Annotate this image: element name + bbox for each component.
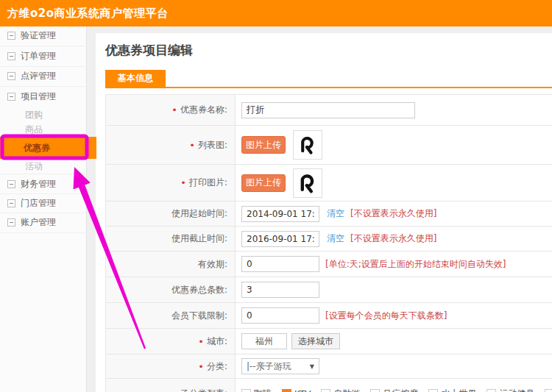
subcategory-checkbox-coffee[interactable]: 咖啡 [241,388,272,392]
sidebar-divider [0,232,87,233]
sidebar-item-label: 商品 [25,124,43,136]
logo-r-icon [296,171,319,195]
sidebar-item-label: 账户管理 [21,216,56,229]
field-label: 使用截止时间: [106,227,236,251]
clear-end-time-link[interactable]: 清空 [327,232,344,245]
page-title: 优惠券项目编辑 [105,42,552,59]
sidebar-item-label: 订单管理 [21,50,56,63]
logo-r-icon [297,134,319,156]
sidebar-divider [0,174,87,174]
print-image-thumbnail[interactable] [293,168,322,198]
sidebar-divider [0,46,87,46]
sidebar: 验证管理 订单管理 点评管理 项目管理 团购 商品 优惠券 活动 财务管理 门店… [0,26,87,392]
form-row-validity: 有效期: [单位:天;设置后上面的开始结束时间自动失效] [106,252,552,277]
chevron-down-icon: ▼ [310,363,314,370]
category-select[interactable]: |--亲子游玩 ▼ [241,358,319,374]
image-upload-button[interactable]: 图片上传 [241,136,286,154]
form-row-end-time: 使用截止时间: 清空 [不设置表示永久使用] [106,227,552,252]
field-label: 有效期: [106,252,236,277]
coupon-edit-form: • 优惠券名称: • 列表图: 图片上传 [105,94,552,392]
sidebar-item-verify-mgmt[interactable]: 验证管理 [0,28,87,43]
sidebar-item-coupon[interactable]: 优惠券 [0,137,96,159]
field-label: 会员下载限制: [106,303,236,328]
download-limit-input[interactable] [241,307,319,324]
tab-bar: 基本信息 [105,70,552,88]
sidebar-item-label: 门店管理 [21,197,56,210]
field-label: 优惠券总条数: [106,277,236,302]
form-row-list-image: • 列表图: 图片上传 [106,126,552,165]
field-label: • 列表图: [106,126,236,164]
subcategory-checkbox-water-world[interactable]: 水上世界 [428,388,476,392]
collapse-icon [7,180,15,188]
subcategory-checkbox-self-tour[interactable]: 自助游 [321,388,360,392]
sidebar-item-store-mgmt[interactable]: 门店管理 [0,196,87,210]
field-hint: [设置每个会员的每天下载条数] [325,310,447,322]
checkbox-icon [370,389,380,392]
sidebar-item-label: 项目管理 [21,90,56,103]
sidebar-item-finance-mgmt[interactable]: 财务管理 [0,177,87,191]
checkbox-icon [321,389,330,392]
form-row-city: • 城市: 福州 选择城市 [106,329,552,354]
sidebar-item-order-mgmt[interactable]: 订单管理 [0,49,87,63]
form-row-start-time: 使用起始时间: 清空 [不设置表示永久使用] [106,202,552,227]
sidebar-item-account-mgmt[interactable]: 账户管理 [0,215,87,229]
field-label: • 优惠券名称: [106,95,236,125]
required-marker: • [171,105,177,115]
required-marker: • [198,337,204,346]
sidebar-divider [0,193,87,194]
main-content: 优惠券项目编辑 基本信息 • 优惠券名称: • 列表图: 图片上传 [96,33,552,392]
field-label: • 城市: [106,329,236,354]
sidebar-divider [0,66,87,67]
required-marker: • [198,362,204,371]
subcategory-checkbox-massage[interactable]: 足疗按摩 [370,388,418,392]
sidebar-item-goods[interactable]: 商品 [0,122,87,137]
sidebar-divider [0,213,87,213]
clear-start-time-link[interactable]: 清空 [327,207,344,220]
checkbox-icon [545,389,552,392]
app-title: 方维o2o商业系统商户管理平台 [7,7,169,21]
collapse-icon [7,218,15,227]
select-city-button[interactable]: 选择城市 [291,333,340,349]
list-image-thumbnail[interactable] [293,130,322,160]
field-label: • 打印图片: [106,165,236,201]
sidebar-item-groupbuy[interactable]: 团购 [0,107,87,122]
field-hint: [单位:天;设置后上面的开始结束时间自动失效] [325,258,506,271]
checkbox-icon [241,389,251,392]
collapse-icon [7,72,15,80]
subcategory-checkbox-ktv[interactable]: ✓ KTV [282,389,311,392]
form-row-category: • 分类: |--亲子游玩 ▼ [106,354,552,379]
city-value-button[interactable]: 福州 [241,333,287,349]
sidebar-item-review-mgmt[interactable]: 点评管理 [0,68,87,83]
field-label: 子分类列表: [106,379,236,392]
required-marker: • [180,178,186,188]
field-hint: [不设置表示永久使用] [350,207,436,220]
sidebar-item-project-mgmt[interactable]: 项目管理 [0,89,87,104]
sidebar-item-label: 活动 [25,160,43,173]
end-time-input[interactable] [241,231,319,247]
form-row-subcategories: 子分类列表: 咖啡 ✓ KTV 自助游 足疗按摩 [106,379,552,392]
collapse-icon [7,199,15,207]
sidebar-item-label: 团购 [25,109,43,121]
collapse-icon [7,32,15,40]
start-time-input[interactable] [241,206,319,222]
subcategory-checkbox-farm[interactable]: 采摘/农家乐 [545,388,552,392]
field-hint: [不设置表示永久使用] [350,232,436,245]
field-label: • 分类: [106,354,236,378]
field-label: 使用起始时间: [106,202,236,226]
form-row-total-count: 优惠券总条数: [106,277,552,303]
collapse-icon [7,52,15,60]
sidebar-item-activity[interactable]: 活动 [0,159,87,174]
image-upload-button[interactable]: 图片上传 [241,174,286,192]
tab-basic-info[interactable]: 基本信息 [105,70,166,87]
category-selected-value: |--亲子游玩 [247,360,291,373]
subcategory-checkbox-fitness[interactable]: 运动健身 [486,388,534,392]
required-marker: • [189,140,195,150]
sidebar-item-label: 点评管理 [21,70,56,82]
form-row-print-image: • 打印图片: 图片上传 [106,165,552,202]
total-count-input[interactable] [241,282,319,298]
sidebar-divider [0,86,87,87]
form-row-download-limit: 会员下载限制: [设置每个会员的每天下载条数] [106,303,552,329]
validity-input[interactable] [241,256,319,272]
coupon-name-input[interactable] [241,102,415,118]
sidebar-item-label: 财务管理 [21,178,56,190]
